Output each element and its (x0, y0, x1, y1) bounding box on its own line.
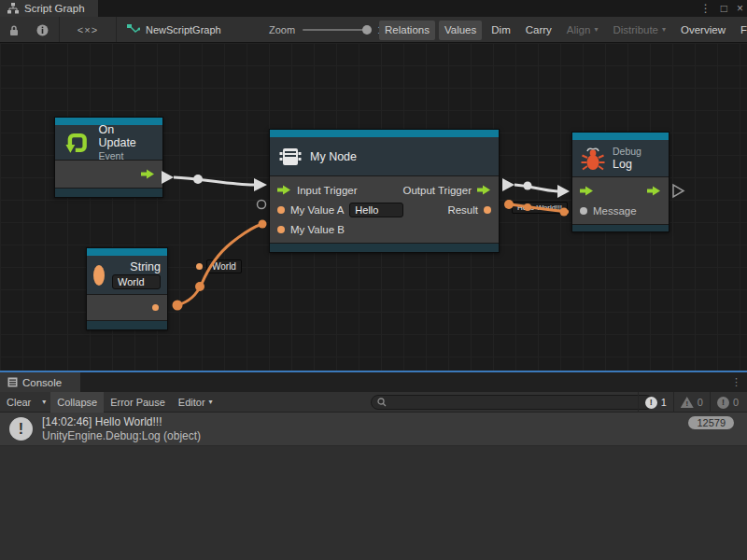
carry-toggle[interactable]: Carry (520, 21, 557, 40)
string-value-input[interactable] (112, 274, 161, 289)
wire-end-arrow (254, 178, 267, 191)
error-count-toggle[interactable]: ! 0 (710, 392, 745, 413)
port-row: My Value A Result (270, 200, 499, 219)
relations-toggle[interactable]: Relations (379, 21, 435, 40)
overview-button[interactable]: Overview (675, 21, 731, 40)
code-icon: <×> (78, 24, 98, 35)
zoom-slider[interactable] (303, 29, 370, 31)
node-header: My Node (270, 137, 499, 176)
window-controls: ⋮ □ × (700, 0, 743, 17)
maximize-icon[interactable]: □ (721, 2, 727, 15)
tab-script-graph[interactable]: Script Graph (0, 0, 98, 17)
console-menu-icon[interactable]: ⋮ (731, 372, 741, 392)
clear-button[interactable]: Clear (0, 392, 37, 413)
port-message[interactable]: Message (580, 205, 637, 217)
node-header: Debug Log (572, 140, 669, 177)
port-row (572, 181, 669, 201)
error-pause-toggle[interactable]: Error Pause (104, 392, 172, 413)
unconnected-flow-arrow (673, 185, 684, 197)
chevron-down-icon: ▾ (662, 26, 666, 34)
flow-in-icon (277, 185, 291, 195)
port-flow-output[interactable] (141, 169, 155, 179)
wire-start-arrow (502, 178, 514, 191)
console-search (371, 395, 654, 410)
wire-flow-1 (174, 177, 254, 185)
lock-icon (8, 24, 20, 36)
wire-dot (259, 220, 267, 229)
port-flow-in[interactable] (580, 186, 594, 196)
port-string-output[interactable] (152, 304, 159, 311)
dim-toggle[interactable]: Dim (486, 21, 515, 40)
port-input-trigger[interactable]: Input Trigger (277, 185, 358, 196)
value-port-icon (580, 207, 587, 215)
info-button[interactable] (28, 17, 57, 43)
graph-reference[interactable]: NewScriptGraph (127, 17, 221, 43)
value-port-icon (484, 206, 491, 214)
wire-dot (173, 301, 183, 311)
tab-console-label: Console (22, 377, 62, 388)
clear-dropdown[interactable]: ▾ (37, 398, 50, 406)
log-info-icon: ! (9, 417, 33, 441)
window-menu-icon[interactable]: ⋮ (700, 2, 712, 15)
node-my-node[interactable]: My Node Input Trigger Output Trigger (269, 129, 500, 253)
tab-console[interactable]: Console (0, 372, 80, 392)
value-a-input[interactable] (349, 203, 403, 217)
error-icon: ! (717, 397, 729, 409)
distribute-dropdown[interactable]: Distribute▾ (607, 21, 671, 40)
wire-value-label-hello-world: Hello World!!! (512, 202, 568, 214)
log-text: [14:02:46] Hello World!!! UnityEngine.De… (42, 415, 679, 442)
toolbar-separator (116, 17, 117, 43)
port-my-value-a[interactable]: My Value A (277, 203, 403, 217)
unity-window: Script Graph ⋮ □ × (0, 0, 747, 560)
graph-toolbar: <×> NewScriptGraph Zoom 1x Relations Val… (0, 17, 747, 43)
search-input[interactable] (390, 397, 647, 408)
node-debug-log[interactable]: Debug Log Message (571, 132, 669, 232)
bug-icon (581, 146, 605, 172)
info-count-toggle[interactable]: ! 1 (638, 392, 673, 413)
node-accent-bar (270, 130, 499, 137)
zoom-control: Zoom 1x (269, 17, 388, 43)
toolbar-separator (59, 17, 60, 43)
node-on-update[interactable]: On Update Event (54, 117, 163, 198)
fullscreen-button[interactable]: Full Screen (735, 21, 747, 40)
graph-canvas[interactable]: On Update Event (0, 43, 747, 371)
code-view-button[interactable]: <×> (62, 17, 114, 43)
node-footer (572, 224, 669, 231)
toolbar-left-icons: <×> (0, 17, 119, 43)
lock-button[interactable] (0, 17, 28, 43)
port-flow-out[interactable] (647, 186, 661, 196)
node-header: String (87, 256, 167, 295)
collapse-toggle[interactable]: Collapse (50, 392, 104, 413)
custom-node-icon (278, 146, 303, 168)
close-icon[interactable]: × (737, 2, 743, 15)
port-result[interactable]: Result (447, 204, 491, 216)
node-footer (55, 188, 162, 197)
values-toggle[interactable]: Values (439, 21, 482, 40)
console-toolbar: Clear ▾ Collapse Error Pause Editor▾ ! 1 (0, 392, 747, 413)
console-list-icon (7, 377, 18, 387)
log-stacktrace: UnityEngine.Debug:Log (object) (42, 429, 679, 442)
wire-end-arrow (557, 185, 570, 198)
port-my-value-b[interactable]: My Value B (277, 224, 345, 235)
log-entry-row[interactable]: ! [14:02:46] Hello World!!! UnityEngine.… (0, 413, 747, 446)
node-footer (270, 243, 499, 252)
port-row: Message (572, 201, 669, 220)
node-body (55, 161, 162, 188)
string-type-icon (93, 265, 105, 286)
node-body: Message (572, 177, 669, 224)
port-output-trigger[interactable]: Output Trigger (402, 185, 491, 196)
node-string-literal[interactable]: String (86, 247, 168, 330)
info-icon (36, 24, 49, 36)
node-accent-bar (572, 133, 669, 140)
warning-count-toggle[interactable]: ! 0 (673, 392, 710, 413)
editor-dropdown[interactable]: Editor▾ (172, 392, 219, 413)
port-row: Input Trigger Output Trigger (270, 180, 499, 200)
script-graph-icon (127, 24, 140, 35)
node-body: Input Trigger Output Trigger My Value A (270, 176, 499, 243)
wire-dot (195, 282, 204, 291)
titlebar: Script Graph ⋮ □ × (0, 0, 747, 17)
collapse-count-badge: 12579 (688, 416, 734, 429)
align-dropdown[interactable]: Align▾ (561, 21, 604, 40)
node-title: String (130, 260, 161, 273)
zoom-slider-handle[interactable] (362, 25, 372, 35)
